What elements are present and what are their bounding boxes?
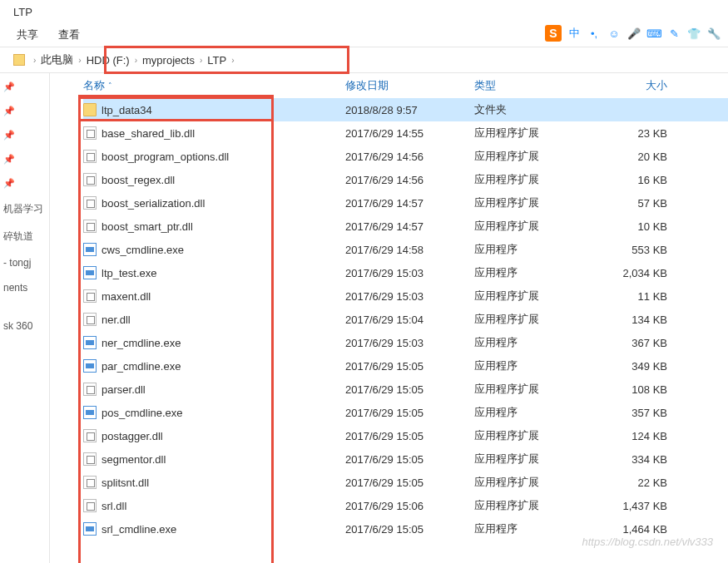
dll-icon xyxy=(83,429,97,442)
ime-logo-icon[interactable]: S xyxy=(545,25,562,42)
file-row[interactable]: segmentor.dll2017/6/29 15:05应用程序扩展334 KB xyxy=(83,447,728,471)
column-type[interactable]: 类型 xyxy=(474,78,591,93)
file-row[interactable]: boost_regex.dll2017/6/29 14:56应用程序扩展16 K… xyxy=(83,168,728,191)
file-size: 1,464 KB xyxy=(591,523,674,536)
file-name: ltp_test.exe xyxy=(102,267,157,279)
quickaccess-item[interactable]: 碎轨道 xyxy=(3,228,46,245)
file-row[interactable]: ltp_data342018/8/28 9:57文件夹 xyxy=(83,98,728,121)
breadcrumb-thispc[interactable]: 此电脑 xyxy=(41,52,73,67)
pin-icon: 📌 xyxy=(3,154,15,165)
file-date: 2017/6/29 15:03 xyxy=(345,337,474,349)
file-date: 2017/6/29 14:57 xyxy=(345,220,474,233)
file-size: 11 KB xyxy=(591,290,674,303)
file-row[interactable]: srl.dll2017/6/29 15:06应用程序扩展1,437 KB xyxy=(83,494,728,517)
file-type: 应用程序扩展 xyxy=(474,475,591,490)
breadcrumb-item[interactable]: myprojects xyxy=(142,54,195,67)
file-date: 2017/6/29 14:56 xyxy=(345,151,474,163)
file-name: ltp_data34 xyxy=(102,104,152,116)
file-type: 应用程序 xyxy=(474,265,591,280)
file-row[interactable]: pos_cmdline.exe2017/6/29 15:05应用程序357 KB xyxy=(83,401,728,424)
file-size: 20 KB xyxy=(591,151,674,163)
ime-skin-icon[interactable]: 👕 xyxy=(686,26,701,41)
file-size: 10 KB xyxy=(591,220,674,233)
file-row[interactable]: boost_smart_ptr.dll2017/6/29 14:57应用程序扩展… xyxy=(83,215,728,238)
file-type: 应用程序 xyxy=(474,335,591,350)
quickaccess-item[interactable]: 机器学习 xyxy=(3,200,46,218)
file-row[interactable]: postagger.dll2017/6/29 15:05应用程序扩展124 KB xyxy=(83,424,728,447)
file-row[interactable]: base_shared_lib.dll2017/6/29 14:55应用程序扩展… xyxy=(83,121,728,145)
ime-lang[interactable]: 中 xyxy=(567,26,582,41)
file-row[interactable]: ner_cmdline.exe2017/6/29 15:03应用程序367 KB xyxy=(83,331,728,354)
ime-tools-icon[interactable]: 🔧 xyxy=(706,26,721,41)
file-row[interactable]: parser.dll2017/6/29 15:05应用程序扩展108 KB xyxy=(83,378,728,401)
file-name: boost_regex.dll xyxy=(102,174,175,186)
file-date: 2018/8/28 9:57 xyxy=(345,104,474,116)
window-title: LTP xyxy=(13,6,32,18)
file-date: 2017/6/29 14:58 xyxy=(345,244,474,256)
ime-paint-icon[interactable]: ✎ xyxy=(666,26,681,41)
file-size: 349 KB xyxy=(591,360,674,373)
file-type: 应用程序扩展 xyxy=(474,149,591,164)
ime-mic-icon[interactable]: 🎤 xyxy=(626,26,641,41)
file-name: splitsnt.dll xyxy=(102,477,149,489)
chevron-right-icon[interactable]: › xyxy=(78,56,81,65)
breadcrumb-item[interactable]: LTP xyxy=(207,54,226,67)
quickaccess-item[interactable] xyxy=(3,305,46,309)
file-name: boost_smart_ptr.dll xyxy=(102,220,193,233)
quickaccess-item[interactable]: - tongj xyxy=(3,255,46,270)
file-row[interactable]: boost_serialization.dll2017/6/29 14:57应用… xyxy=(83,191,728,215)
breadcrumb-bar[interactable]: › 此电脑 › HDD (F:) › myprojects › LTP › xyxy=(0,47,728,73)
ime-emoji-icon[interactable]: ☺ xyxy=(607,26,622,41)
file-row[interactable]: ltp_test.exe2017/6/29 15:03应用程序2,034 KB xyxy=(83,261,728,284)
quickaccess-item[interactable]: 📌 xyxy=(3,128,46,142)
breadcrumb-item[interactable]: HDD (F:) xyxy=(87,54,130,67)
file-name: postagger.dll xyxy=(102,430,163,442)
chevron-right-icon[interactable]: › xyxy=(33,56,36,65)
quickaccess-item[interactable]: 📌 xyxy=(3,176,46,190)
column-date[interactable]: 修改日期 xyxy=(345,78,474,93)
file-name: ner_cmdline.exe xyxy=(102,337,181,349)
quickaccess-item[interactable]: 📌 xyxy=(3,104,46,118)
chevron-right-icon[interactable]: › xyxy=(231,56,234,65)
file-row[interactable]: srl_cmdline.exe2017/6/29 15:05应用程序1,464 … xyxy=(83,517,728,541)
file-type: 应用程序扩展 xyxy=(474,172,591,187)
file-row[interactable]: cws_cmdline.exe2017/6/29 14:58应用程序553 KB xyxy=(83,238,728,261)
column-size[interactable]: 大小 xyxy=(591,78,674,93)
chevron-right-icon[interactable]: › xyxy=(200,56,202,65)
file-name: pos_cmdline.exe xyxy=(102,407,183,419)
exe-icon xyxy=(83,406,97,419)
file-size: 22 KB xyxy=(591,477,674,489)
quickaccess-item[interactable]: 📌 xyxy=(3,152,46,166)
menu-view[interactable]: 查看 xyxy=(58,27,80,42)
quickaccess-item[interactable]: 📌 xyxy=(3,80,46,94)
chevron-right-icon[interactable]: › xyxy=(135,56,137,65)
pin-icon: 📌 xyxy=(3,178,15,189)
dll-icon xyxy=(83,383,97,396)
file-name: par_cmdline.exe xyxy=(102,360,181,373)
quickaccess-item[interactable]: nents xyxy=(3,280,46,295)
file-type: 应用程序 xyxy=(474,358,591,373)
dll-icon xyxy=(83,150,97,163)
exe-icon xyxy=(83,243,97,256)
file-name: srl_cmdline.exe xyxy=(102,523,176,536)
file-size: 553 KB xyxy=(591,244,674,256)
pin-icon: 📌 xyxy=(3,81,15,92)
file-row[interactable]: boost_program_options.dll2017/6/29 14:56… xyxy=(83,145,728,168)
ime-keyboard-icon[interactable]: ⌨ xyxy=(646,26,661,41)
file-row[interactable]: par_cmdline.exe2017/6/29 15:05应用程序349 KB xyxy=(83,354,728,378)
file-date: 2017/6/29 15:05 xyxy=(345,477,474,489)
file-row[interactable]: splitsnt.dll2017/6/29 15:05应用程序扩展22 KB xyxy=(83,471,728,494)
file-list: 名称 ˄ 修改日期 类型 大小 ltp_data342018/8/28 9:57… xyxy=(50,73,728,563)
ime-punct-icon[interactable]: •, xyxy=(587,26,602,41)
file-type: 应用程序扩展 xyxy=(474,428,591,443)
window-titlebar: LTP xyxy=(0,0,728,23)
file-name: base_shared_lib.dll xyxy=(102,127,195,140)
file-type: 应用程序 xyxy=(474,405,591,420)
column-name[interactable]: 名称 ˄ xyxy=(83,78,345,93)
quickaccess-item[interactable]: sk 360 xyxy=(3,319,46,333)
file-row[interactable]: maxent.dll2017/6/29 15:03应用程序扩展11 KB xyxy=(83,284,728,308)
file-type: 应用程序扩展 xyxy=(474,289,591,304)
menu-share[interactable]: 共享 xyxy=(17,27,38,42)
file-row[interactable]: ner.dll2017/6/29 15:04应用程序扩展134 KB xyxy=(83,308,728,331)
file-size: 334 KB xyxy=(591,453,674,466)
